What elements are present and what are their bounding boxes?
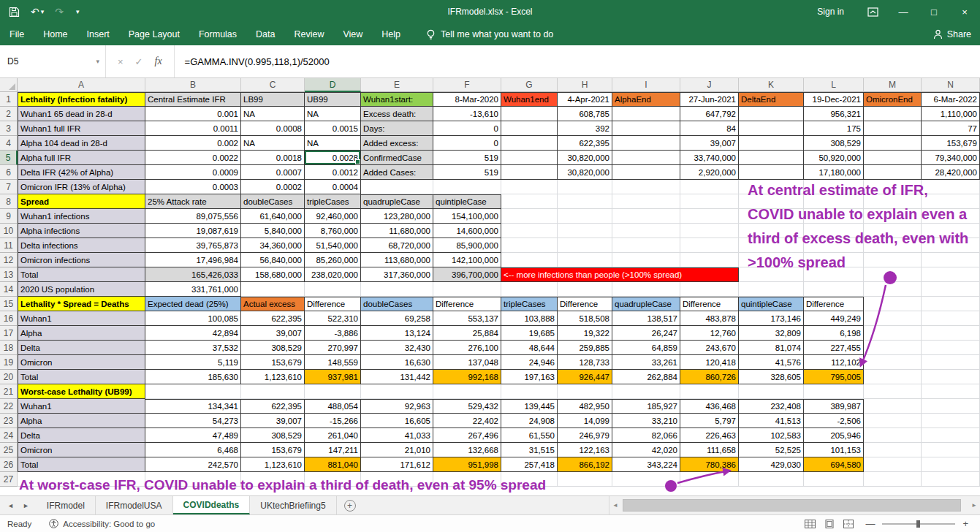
cell-J23[interactable]: 5,797 bbox=[680, 414, 739, 428]
cell-I25[interactable]: 42,020 bbox=[612, 443, 680, 457]
cell-M3[interactable] bbox=[864, 121, 922, 136]
tell-me-box[interactable]: Tell me what you want to do bbox=[426, 23, 553, 45]
cell-B1[interactable]: Central Estimate IFR bbox=[145, 92, 241, 107]
sign-in-button[interactable]: Sign in bbox=[804, 0, 857, 23]
cell-N27[interactable] bbox=[922, 472, 980, 487]
name-box[interactable]: D5 ▾ bbox=[0, 45, 106, 77]
cell-E16[interactable]: 69,258 bbox=[361, 311, 433, 326]
cell-K4[interactable] bbox=[739, 136, 804, 151]
zoom-in-button[interactable]: + bbox=[962, 518, 968, 529]
cell-H24[interactable]: 246,979 bbox=[558, 428, 612, 443]
cell-A25[interactable]: Omicron bbox=[18, 443, 145, 457]
sheet-tab-ifrmodel[interactable]: IFRmodel bbox=[37, 496, 96, 514]
cell-J9[interactable] bbox=[680, 209, 739, 224]
cell-N15[interactable] bbox=[922, 297, 980, 311]
cell-C24[interactable]: 308,529 bbox=[241, 428, 305, 443]
cell-H23[interactable]: 14,099 bbox=[558, 414, 612, 428]
cell-I27[interactable] bbox=[612, 472, 680, 487]
cell-D9[interactable]: 92,460,000 bbox=[305, 209, 361, 224]
cell-C25[interactable]: 153,679 bbox=[241, 443, 305, 457]
sheet-nav-left-button[interactable]: ◄ bbox=[7, 502, 14, 509]
cell-F23[interactable]: 22,402 bbox=[433, 414, 501, 428]
cell-B3[interactable]: 0.0011 bbox=[145, 121, 241, 136]
cell-E13[interactable]: 317,360,000 bbox=[361, 267, 433, 282]
cell-H22[interactable]: 482,950 bbox=[558, 399, 612, 414]
cell-L22[interactable]: 389,987 bbox=[804, 399, 864, 414]
cell-N18[interactable] bbox=[922, 341, 980, 355]
cell-E12[interactable]: 113,680,000 bbox=[361, 253, 433, 267]
cell-B18[interactable]: 37,532 bbox=[145, 341, 241, 355]
cell-H8[interactable] bbox=[558, 194, 612, 209]
cancel-button[interactable]: × bbox=[118, 56, 124, 67]
cell-J5[interactable]: 33,740,000 bbox=[680, 151, 739, 165]
cell-N22[interactable] bbox=[922, 399, 980, 414]
cell-J24[interactable]: 226,463 bbox=[680, 428, 739, 443]
cell-E7[interactable] bbox=[361, 180, 433, 194]
cell-J1[interactable]: 27-Jun-2021 bbox=[680, 92, 739, 107]
cell-K15[interactable]: quintipleCase bbox=[739, 297, 804, 311]
ribbon-tab-view[interactable]: View bbox=[333, 23, 372, 45]
cell-H18[interactable]: 259,885 bbox=[558, 341, 612, 355]
cell-F15[interactable]: Difference bbox=[433, 297, 501, 311]
zoom-slider-thumb[interactable] bbox=[916, 520, 920, 528]
cell-J11[interactable] bbox=[680, 238, 739, 253]
cell-A2[interactable]: Wuhan1 65 dead in 28-d bbox=[18, 107, 145, 121]
scroll-right-icon[interactable]: ► bbox=[968, 502, 980, 509]
cell-A4[interactable]: Alpha 104 dead in 28-d bbox=[18, 136, 145, 151]
cell-D14[interactable] bbox=[305, 282, 361, 297]
horizontal-scrollbar[interactable]: ◄ ► bbox=[609, 496, 980, 514]
cell-C13[interactable]: 158,680,000 bbox=[241, 267, 305, 282]
cell-I12[interactable] bbox=[612, 253, 680, 267]
cell-C17[interactable]: 39,007 bbox=[241, 326, 305, 341]
scrollbar-thumb[interactable] bbox=[623, 499, 961, 512]
annotation-worst-case[interactable]: At worst-case IFR, COVID unable to expla… bbox=[19, 477, 546, 493]
cell-H16[interactable]: 518,508 bbox=[558, 311, 612, 326]
maximize-button[interactable]: □ bbox=[919, 0, 949, 23]
cell-E8[interactable]: quadrupleCase bbox=[361, 194, 433, 209]
cell-K27[interactable] bbox=[739, 472, 804, 487]
cell-B19[interactable]: 5,119 bbox=[145, 355, 241, 370]
cell-D22[interactable]: 488,054 bbox=[305, 399, 361, 414]
cell-F8[interactable]: quintipleCase bbox=[433, 194, 501, 209]
cell-E19[interactable]: 16,630 bbox=[361, 355, 433, 370]
cell-C9[interactable]: 61,640,000 bbox=[241, 209, 305, 224]
cell-M15[interactable] bbox=[864, 297, 922, 311]
column-header-J[interactable]: J bbox=[680, 78, 739, 92]
cell-F4[interactable]: 0 bbox=[433, 136, 501, 151]
cell-A14[interactable]: 2020 US population bbox=[18, 282, 145, 297]
cell-I5[interactable] bbox=[612, 151, 680, 165]
cell-I21[interactable] bbox=[612, 384, 680, 399]
cell-A6[interactable]: Delta IFR (42% of Alpha) bbox=[18, 165, 145, 180]
column-header-E[interactable]: E bbox=[361, 78, 433, 92]
cell-H3[interactable]: 392 bbox=[558, 121, 612, 136]
cell-A3[interactable]: Wuhan1 full IFR bbox=[18, 121, 145, 136]
cell-F24[interactable]: 267,496 bbox=[433, 428, 501, 443]
cell-H15[interactable]: Difference bbox=[558, 297, 612, 311]
cell-L20[interactable]: 795,005 bbox=[804, 370, 864, 384]
cell-L17[interactable]: 6,198 bbox=[804, 326, 864, 341]
cell-L27[interactable] bbox=[804, 472, 864, 487]
ribbon-tab-file[interactable]: File bbox=[0, 23, 34, 45]
column-header-A[interactable]: A bbox=[18, 78, 145, 92]
cell-I17[interactable]: 26,247 bbox=[612, 326, 680, 341]
cell-L2[interactable]: 956,321 bbox=[804, 107, 864, 121]
cell-I16[interactable]: 138,517 bbox=[612, 311, 680, 326]
cell-K24[interactable]: 102,583 bbox=[739, 428, 804, 443]
row-header-14[interactable]: 14 bbox=[0, 282, 18, 297]
cell-A7[interactable]: Omicron IFR (13% of Alpha) bbox=[18, 180, 145, 194]
cell-G24[interactable]: 61,550 bbox=[501, 428, 558, 443]
cell-N1[interactable]: 6-Mar-2022 bbox=[922, 92, 980, 107]
scroll-left-icon[interactable]: ◄ bbox=[609, 502, 621, 509]
cell-N26[interactable] bbox=[922, 457, 980, 472]
ribbon-tab-formulas[interactable]: Formulas bbox=[189, 23, 246, 45]
column-header-K[interactable]: K bbox=[739, 78, 804, 92]
cell-E26[interactable]: 171,612 bbox=[361, 457, 433, 472]
cell-H20[interactable]: 926,447 bbox=[558, 370, 612, 384]
cell-E25[interactable]: 21,010 bbox=[361, 443, 433, 457]
row-header-1[interactable]: 1 bbox=[0, 92, 18, 107]
share-button[interactable]: Share bbox=[933, 23, 980, 45]
cell-K2[interactable] bbox=[739, 107, 804, 121]
cell-K3[interactable] bbox=[739, 121, 804, 136]
cell-N14[interactable] bbox=[922, 282, 980, 297]
cell-M16[interactable] bbox=[864, 311, 922, 326]
